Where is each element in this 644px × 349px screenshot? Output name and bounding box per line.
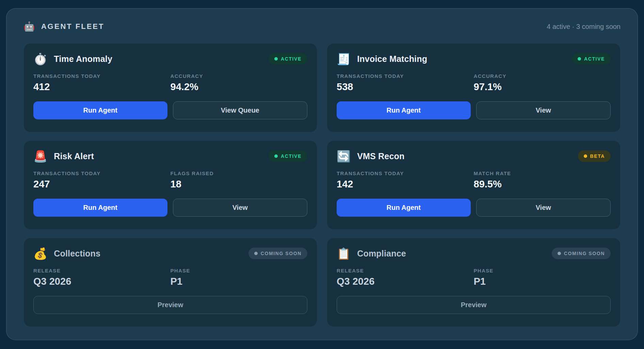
preview-button[interactable]: Preview (33, 296, 307, 314)
status-badge: ACTIVE (269, 53, 307, 65)
stat-label: MATCH RATE (474, 170, 611, 176)
agent-fleet-panel: 🤖 AGENT FLEET 4 active · 3 coming soon ⏱… (6, 8, 638, 340)
card-actions: Preview (337, 296, 611, 314)
stat-phase: PHASE P1 (171, 268, 308, 287)
stat-match-rate: MATCH RATE 89.5% (474, 170, 611, 190)
card-actions: Run Agent View (337, 101, 611, 119)
status-label: BETA (590, 153, 605, 159)
status-label: ACTIVE (584, 56, 605, 62)
stat-value: Q3 2026 (337, 276, 474, 287)
agent-card-time-anomaly: ⏱️ Time Anomaly ACTIVE TRANSACTIONS TODA… (23, 43, 317, 132)
preview-button[interactable]: Preview (337, 296, 611, 314)
stat-release: RELEASE Q3 2026 (33, 268, 171, 287)
stat-transactions: TRANSACTIONS TODAY 412 (33, 73, 171, 93)
status-label: COMING SOON (261, 251, 302, 256)
page-title: AGENT FLEET (41, 22, 104, 31)
card-actions: Run Agent View (33, 199, 307, 217)
card-title: Compliance (357, 249, 406, 259)
card-title: Collections (54, 249, 100, 259)
status-badge: COMING SOON (248, 248, 307, 259)
stat-label: PHASE (474, 268, 611, 273)
stat-value: 538 (337, 81, 474, 93)
stat-label: RELEASE (337, 268, 474, 273)
stat-accuracy: ACCURACY 94.2% (171, 73, 308, 93)
fleet-summary: 4 active · 3 coming soon (547, 23, 621, 31)
stats-row: RELEASE Q3 2026 PHASE P1 (337, 268, 611, 287)
card-header: 📋 Compliance COMING SOON (337, 248, 611, 259)
agent-card-invoice-matching: 🧾 Invoice Matching ACTIVE TRANSACTIONS T… (327, 43, 621, 132)
stat-value: 142 (337, 179, 474, 190)
status-badge: COMING SOON (552, 248, 611, 259)
card-header: 🚨 Risk Alert ACTIVE (33, 150, 307, 162)
stat-transactions: TRANSACTIONS TODAY 247 (33, 170, 171, 190)
money-bag-icon: 💰 (33, 248, 47, 259)
run-agent-button[interactable]: Run Agent (337, 101, 471, 119)
agent-card-grid: ⏱️ Time Anomaly ACTIVE TRANSACTIONS TODA… (23, 43, 621, 327)
card-title: VMS Recon (357, 151, 404, 161)
status-badge: ACTIVE (572, 53, 611, 65)
view-button[interactable]: View (476, 199, 611, 217)
card-title: Risk Alert (54, 151, 94, 161)
agent-card-collections: 💰 Collections COMING SOON RELEASE Q3 202… (23, 238, 317, 327)
card-header: ⏱️ Time Anomaly ACTIVE (33, 53, 307, 65)
stat-value: 247 (33, 179, 171, 190)
stats-row: TRANSACTIONS TODAY 142 MATCH RATE 89.5% (337, 170, 611, 190)
card-title: Invoice Matching (357, 54, 427, 64)
status-dot-icon (254, 252, 258, 255)
status-dot-icon (558, 252, 561, 255)
stat-label: FLAGS RAISED (171, 170, 308, 176)
agent-card-vms-recon: 🔄 VMS Recon BETA TRANSACTIONS TODAY 142 … (327, 140, 621, 230)
stat-release: RELEASE Q3 2026 (337, 268, 474, 287)
status-label: ACTIVE (281, 153, 302, 159)
status-dot-icon (274, 154, 278, 158)
card-title: Time Anomaly (54, 54, 112, 64)
status-dot-icon (584, 154, 587, 158)
agent-card-compliance: 📋 Compliance COMING SOON RELEASE Q3 2026… (327, 238, 621, 327)
status-dot-icon (274, 57, 278, 61)
stat-value: 97.1% (474, 81, 611, 93)
stat-label: ACCURACY (171, 73, 308, 79)
robot-icon: 🤖 (23, 22, 35, 31)
stat-value: 18 (171, 179, 308, 190)
stat-accuracy: ACCURACY 97.1% (474, 73, 611, 93)
run-agent-button[interactable]: Run Agent (33, 199, 167, 217)
status-label: COMING SOON (564, 251, 605, 256)
view-button[interactable]: View (476, 101, 611, 119)
card-actions: Preview (33, 296, 307, 314)
stat-transactions: TRANSACTIONS TODAY 142 (337, 170, 474, 190)
stats-row: TRANSACTIONS TODAY 538 ACCURACY 97.1% (337, 73, 611, 93)
stat-value: P1 (171, 276, 308, 287)
stat-value: 94.2% (171, 81, 308, 93)
stats-row: TRANSACTIONS TODAY 412 ACCURACY 94.2% (33, 73, 307, 93)
status-badge: ACTIVE (269, 150, 307, 162)
card-actions: Run Agent View Queue (33, 101, 307, 119)
stat-value: P1 (474, 276, 611, 287)
stat-label: TRANSACTIONS TODAY (337, 170, 474, 176)
stat-label: RELEASE (33, 268, 171, 273)
card-header: 🧾 Invoice Matching ACTIVE (337, 53, 611, 65)
card-header: 💰 Collections COMING SOON (33, 248, 307, 259)
siren-icon: 🚨 (33, 151, 47, 162)
arrows-cycle-icon: 🔄 (337, 151, 351, 162)
clipboard-icon: 📋 (337, 248, 351, 259)
receipt-icon: 🧾 (337, 53, 351, 65)
card-header: 🔄 VMS Recon BETA (337, 150, 611, 162)
stopwatch-icon: ⏱️ (33, 53, 47, 65)
view-queue-button[interactable]: View Queue (173, 101, 308, 119)
run-agent-button[interactable]: Run Agent (33, 101, 167, 119)
stat-label: PHASE (171, 268, 308, 273)
stat-label: ACCURACY (474, 73, 611, 79)
status-badge: BETA (578, 150, 611, 162)
stat-value: 89.5% (474, 179, 611, 190)
stat-flags-raised: FLAGS RAISED 18 (171, 170, 308, 190)
agent-card-risk-alert: 🚨 Risk Alert ACTIVE TRANSACTIONS TODAY 2… (23, 140, 317, 230)
stat-label: TRANSACTIONS TODAY (337, 73, 474, 79)
run-agent-button[interactable]: Run Agent (337, 199, 471, 217)
stat-value: 412 (33, 81, 171, 93)
card-actions: Run Agent View (337, 199, 611, 217)
stats-row: RELEASE Q3 2026 PHASE P1 (33, 268, 307, 287)
panel-header: 🤖 AGENT FLEET 4 active · 3 coming soon (23, 19, 621, 34)
stats-row: TRANSACTIONS TODAY 247 FLAGS RAISED 18 (33, 170, 307, 190)
status-dot-icon (578, 57, 581, 61)
view-button[interactable]: View (173, 199, 308, 217)
